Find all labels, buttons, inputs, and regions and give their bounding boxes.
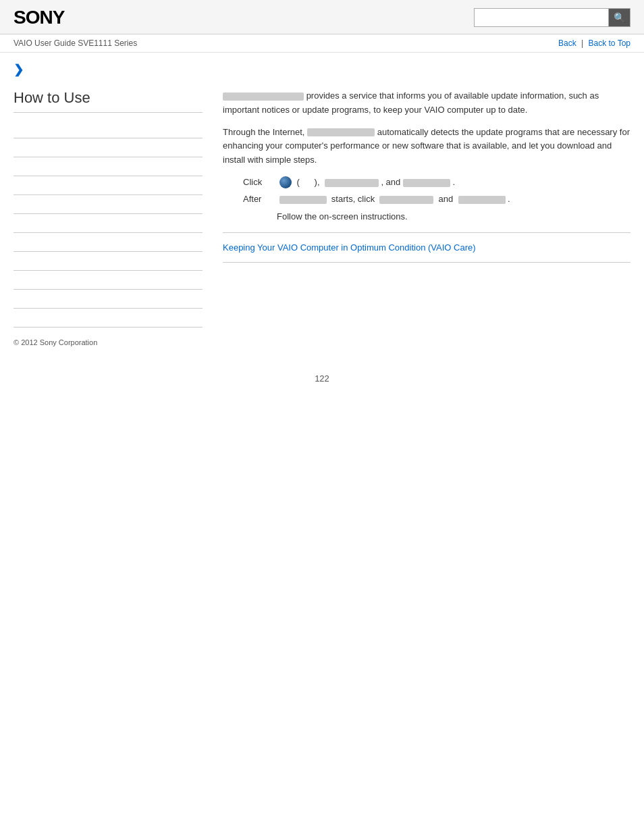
sony-logo: SONY	[14, 7, 64, 28]
copyright: © 2012 Sony Corporation	[14, 338, 203, 346]
content-area: provides a service that informs you of a…	[216, 89, 630, 346]
redacted-3	[279, 196, 327, 204]
redacted-1	[325, 179, 379, 187]
breadcrumb-chevron: ❯	[14, 63, 24, 76]
nav-links: Back | Back to Top	[558, 38, 630, 48]
breadcrumb-area: ❯	[0, 53, 644, 82]
redacted-5	[458, 196, 506, 204]
redacted-service-name	[223, 93, 304, 101]
nav-separator: |	[581, 38, 583, 48]
redacted-4	[379, 196, 433, 204]
main-content: How to Use © 2012 Sony Corporation provi…	[0, 82, 644, 360]
back-link[interactable]: Back	[558, 38, 576, 48]
page-number: 122	[0, 360, 644, 390]
list-item[interactable]	[14, 252, 203, 271]
list-item[interactable]	[14, 157, 203, 176]
search-button[interactable]: 🔍	[609, 8, 630, 27]
list-item[interactable]	[14, 214, 203, 233]
search-input[interactable]	[474, 8, 609, 27]
list-item[interactable]	[14, 309, 203, 328]
step2-text: starts, click and .	[277, 192, 510, 206]
step2-label: After	[243, 192, 277, 206]
step1-label: Click	[243, 176, 277, 189]
list-item[interactable]	[14, 271, 203, 290]
list-item[interactable]	[14, 233, 203, 252]
sidebar: How to Use © 2012 Sony Corporation	[14, 89, 216, 346]
sub-header: VAIO User Guide SVE1111 Series Back | Ba…	[0, 34, 644, 53]
vaio-care-link[interactable]: Keeping Your VAIO Computer in Optimum Co…	[223, 242, 476, 253]
globe-icon	[279, 176, 292, 188]
step3-text: Follow the on-screen instructions.	[277, 210, 408, 224]
step-row-2: After starts, click and .	[243, 192, 630, 206]
list-item[interactable]	[14, 120, 203, 138]
search-icon: 🔍	[614, 12, 625, 23]
content-paragraph-1: provides a service that informs you of a…	[223, 89, 630, 118]
step-row-1: Click ( ), , and .	[243, 176, 630, 189]
list-item[interactable]	[14, 290, 203, 309]
redacted-software-name	[307, 128, 375, 136]
back-to-top-link[interactable]: Back to Top	[589, 38, 630, 48]
list-item[interactable]	[14, 176, 203, 195]
guide-title: VAIO User Guide SVE1111 Series	[14, 38, 137, 48]
step-row-3: Follow the on-screen instructions.	[243, 210, 630, 224]
sidebar-title: How to Use	[14, 89, 203, 113]
redacted-2	[403, 179, 450, 187]
content-divider-1	[223, 232, 630, 233]
content-paragraph-2: Through the Internet, automatically dete…	[223, 126, 630, 167]
instruction-steps: Click ( ), , and . After starts, click	[243, 176, 630, 224]
list-item[interactable]	[14, 138, 203, 157]
content-divider-2	[223, 262, 630, 263]
list-item[interactable]	[14, 195, 203, 214]
search-area: 🔍	[474, 8, 630, 27]
step1-text: ( ), , and .	[294, 176, 455, 189]
page-header: SONY 🔍	[0, 0, 644, 34]
